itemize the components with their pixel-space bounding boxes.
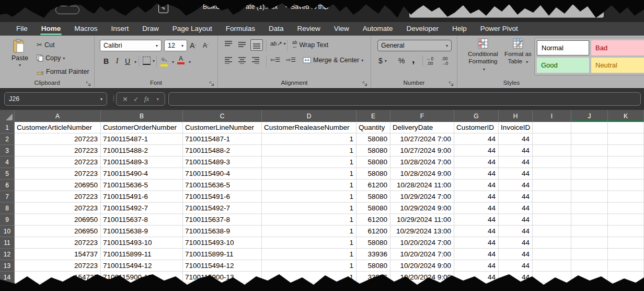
column-header-F[interactable]: F <box>390 110 454 122</box>
cell-D7[interactable]: 1 <box>262 191 356 203</box>
cell-F3[interactable]: 10/27/2024 9:00 <box>390 145 454 156</box>
cell-C14[interactable]: 7100115900-13 <box>183 272 262 283</box>
cell-B6[interactable]: 7100115636-5 <box>101 180 183 191</box>
menu-tab-file[interactable]: File <box>9 22 34 36</box>
cell-F6[interactable]: 10/28/2024 11:00 <box>390 180 454 191</box>
cell-empty[interactable] <box>499 283 533 291</box>
enter-icon[interactable]: ✓ <box>133 95 139 103</box>
cell-I7[interactable] <box>533 191 571 203</box>
cell-J5[interactable] <box>571 168 608 180</box>
cell-empty[interactable] <box>183 283 262 291</box>
cell-H3[interactable]: 44 <box>499 145 533 156</box>
cell-C4[interactable]: 7100115489-3 <box>183 156 262 168</box>
cell-F13[interactable]: 10/20/2024 9:00 <box>390 260 454 272</box>
cell-A1[interactable]: CustomerArticleNumber <box>15 122 101 133</box>
menu-tab-macros[interactable]: Macros <box>67 22 104 36</box>
cell-G12[interactable]: 44 <box>454 249 499 260</box>
cell-G10[interactable]: 44 <box>454 226 499 237</box>
align-middle-button[interactable] <box>238 40 246 48</box>
cell-G6[interactable]: 44 <box>454 180 499 191</box>
font-size-select[interactable]: 12 ▾ <box>164 40 187 51</box>
autosave-toggle[interactable] <box>55 6 79 14</box>
column-header-D[interactable]: D <box>262 110 356 122</box>
cell-A10[interactable]: 206950 <box>15 226 101 237</box>
column-header-E[interactable]: E <box>356 110 390 122</box>
cell-empty[interactable] <box>608 283 644 291</box>
cell-style-neutral[interactable]: Neutral <box>591 58 644 73</box>
alignment-dialog-launcher[interactable] <box>362 80 369 86</box>
menu-tab-help[interactable]: Help <box>445 22 474 36</box>
cell-B2[interactable]: 7100115487-1 <box>101 133 183 145</box>
cell-G8[interactable]: 44 <box>454 203 499 214</box>
cell-K9[interactable] <box>608 214 644 226</box>
cell-style-good[interactable]: Good <box>537 58 589 73</box>
column-header-A[interactable]: A <box>15 110 101 122</box>
borders-button[interactable]: ▾ <box>143 57 155 65</box>
copy-button[interactable]: Copy ▾ <box>37 54 65 62</box>
cell-A7[interactable]: 207223 <box>15 191 101 203</box>
cell-B12[interactable]: 7100115899-11 <box>101 249 183 260</box>
cell-E11[interactable]: 58080 <box>356 237 390 249</box>
font-dialog-launcher[interactable] <box>209 80 215 86</box>
cell-F12[interactable]: 10/20/2024 7:00 <box>390 249 454 260</box>
cell-J1[interactable] <box>571 122 608 133</box>
cell-H1[interactable]: InvoiceID <box>499 122 533 133</box>
cell-E4[interactable]: 58080 <box>356 156 390 168</box>
row-header-4[interactable]: 4 <box>0 156 15 168</box>
cell-H4[interactable]: 44 <box>499 156 533 168</box>
cell-I13[interactable] <box>533 260 571 272</box>
cell-J3[interactable] <box>571 145 608 156</box>
cell-F2[interactable]: 10/27/2024 7:00 <box>390 133 454 145</box>
bold-button[interactable]: B <box>102 55 110 67</box>
merge-center-button[interactable]: Merge & Center ▾ <box>303 57 363 64</box>
row-header-8[interactable]: 8 <box>0 203 15 214</box>
cell-C7[interactable]: 7100115491-6 <box>183 191 262 203</box>
increase-font-size-button[interactable]: Aˆ <box>190 40 196 51</box>
cell-E10[interactable]: 61200 <box>356 226 390 237</box>
row-header-1[interactable]: 1 <box>0 122 15 133</box>
cell-E12[interactable]: 33936 <box>356 249 390 260</box>
cell-I8[interactable] <box>533 203 571 214</box>
cell-B1[interactable]: CustomerOrderNumber <box>101 122 183 133</box>
row-header-13[interactable]: 13 <box>0 260 15 272</box>
cell-I3[interactable] <box>533 145 571 156</box>
align-bottom-button[interactable] <box>250 39 263 51</box>
cell-D13[interactable]: 1 <box>262 260 356 272</box>
cell-A14[interactable]: 154737 <box>15 272 101 283</box>
menu-tab-insert[interactable]: Insert <box>105 22 136 36</box>
cell-I6[interactable] <box>533 180 571 191</box>
cell-K12[interactable] <box>608 249 644 260</box>
cell-F11[interactable]: 10/20/2024 7:00 <box>390 237 454 249</box>
paste-button[interactable]: Paste ▾ <box>12 39 28 68</box>
cell-D8[interactable]: 1 <box>262 203 356 214</box>
menu-tab-developer[interactable]: Developer <box>400 22 446 36</box>
cell-I10[interactable] <box>533 226 571 237</box>
cell-A6[interactable]: 206950 <box>15 180 101 191</box>
decrease-indent-button[interactable]: ⇦☰ <box>270 57 280 63</box>
cell-C13[interactable]: 7100115494-12 <box>183 260 262 272</box>
column-header-C[interactable]: C <box>183 110 262 122</box>
cell-J10[interactable] <box>571 226 608 237</box>
format-painter-button[interactable]: Format Painter <box>37 68 89 75</box>
menu-tab-home[interactable]: Home <box>34 22 68 36</box>
column-header-I[interactable]: I <box>533 110 571 122</box>
cell-A4[interactable]: 207223 <box>15 156 101 168</box>
cell-K6[interactable] <box>608 180 644 191</box>
cell-F1[interactable]: DeliveryDate <box>390 122 454 133</box>
row-header-5[interactable]: 5 <box>0 168 15 180</box>
cell-I11[interactable] <box>533 237 571 249</box>
cell-style-normal[interactable]: Normal <box>537 40 589 55</box>
insert-function-icon[interactable]: fx <box>144 95 149 103</box>
cell-empty[interactable] <box>533 283 571 291</box>
increase-indent-button[interactable]: ⇨☰ <box>286 57 296 63</box>
cell-J2[interactable] <box>571 133 608 145</box>
chevron-down-icon[interactable]: ▾ <box>189 60 191 64</box>
cell-F7[interactable]: 10/29/2024 7:00 <box>390 191 454 203</box>
cell-J7[interactable] <box>571 191 608 203</box>
cell-J6[interactable] <box>571 180 608 191</box>
cell-K13[interactable] <box>608 260 644 272</box>
cell-K8[interactable] <box>608 203 644 214</box>
cell-I5[interactable] <box>533 168 571 180</box>
cell-K7[interactable] <box>608 191 644 203</box>
cell-G4[interactable]: 44 <box>454 156 499 168</box>
